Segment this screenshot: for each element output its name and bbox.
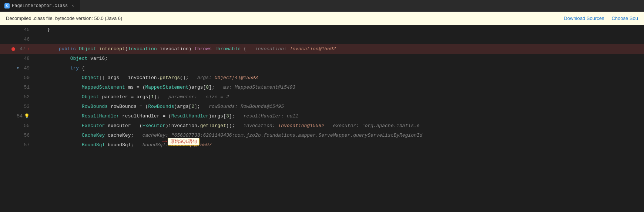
code-area: 45 }4647↑ public Object intercept(Invoca… [0, 25, 644, 212]
line-number-53: 53 [0, 102, 33, 112]
execution-arrow: ↑ [27, 47, 30, 51]
line-number-49: ▾49 [0, 64, 33, 73]
line-number-48: 48 [0, 54, 33, 64]
choose-sources-link[interactable]: Choose Sou [611, 16, 638, 21]
line-number-56: 56 [0, 131, 33, 140]
tab-pageinterceptor[interactable]: C PageInterceptor.class × [0, 0, 80, 11]
line-number-51: 51 [0, 83, 33, 92]
tab-close-button[interactable]: × [70, 3, 76, 9]
arrow-annotation: →原始SQL语句 [162, 137, 199, 146]
code-line-54: 54💡 ResultHandler resultHandler = (Resul… [0, 112, 644, 121]
tab-class-icon: C [4, 3, 10, 8]
line-content-48: Object var16; [33, 54, 644, 64]
line-number-47: 47↑ [0, 44, 33, 54]
line-content-57: BoundSql boundSql; boundSql: BoundSql@15… [33, 140, 644, 150]
info-bar-text: Decompiled .class file, bytecode version… [6, 16, 122, 21]
line-content-54: ResultHandler resultHandler = (ResultHan… [33, 112, 644, 121]
annotation-label: 原始SQL语句 [168, 138, 199, 146]
tab-label: PageInterceptor.class [12, 3, 68, 8]
breakpoint-dot[interactable] [11, 47, 15, 51]
code-line-49: ▾49 try { [0, 64, 644, 73]
code-line-57: 57 BoundSql boundSql; boundSql: BoundSql… [0, 140, 644, 150]
line-content-49: try { [33, 64, 644, 73]
line-content-56: CacheKey cacheKey; cacheKey: "656307738:… [33, 131, 644, 140]
code-lines: 45 }4647↑ public Object intercept(Invoca… [0, 25, 644, 212]
line-number-52: 52 [0, 92, 33, 102]
line-content-50: Object[] args = invocation.getArgs(); ar… [33, 73, 644, 83]
line-content-53: RowBounds rowBounds = (RowBounds)args[2]… [33, 102, 644, 112]
line-content-51: MappedStatement ms = (MappedStatement)ar… [33, 83, 644, 92]
tab-bar: C PageInterceptor.class × [0, 0, 644, 12]
code-line-51: 51 MappedStatement ms = (MappedStatement… [0, 83, 644, 92]
code-line-46: 46 [0, 35, 644, 44]
lightbulb-icon[interactable]: 💡 [24, 112, 30, 121]
line-content-47: public Object intercept(Invocation invoc… [33, 44, 644, 54]
code-line-52: 52 Object parameter = args[1]; parameter… [0, 92, 644, 102]
download-sources-link[interactable]: Download Sources [564, 16, 604, 21]
line-content-55: Executor executor = (Executor)invocation… [33, 121, 644, 131]
line-number-54: 54💡 [0, 112, 33, 121]
code-line-47: 47↑ public Object intercept(Invocation i… [0, 44, 644, 54]
bookmark-down-icon: ▾ [17, 64, 19, 73]
code-line-45: 45 } [0, 25, 644, 35]
line-number-57: 57 [0, 140, 33, 150]
info-bar-actions: Download Sources Choose Sou [564, 16, 638, 21]
app-window: C PageInterceptor.class × Decompiled .cl… [0, 0, 644, 212]
line-content-45: } [33, 25, 644, 35]
line-content-46 [33, 35, 644, 44]
line-number-50: 50 [0, 73, 33, 83]
red-arrow-icon: → [162, 137, 167, 146]
code-line-56: 56 CacheKey cacheKey; cacheKey: "6563077… [0, 131, 644, 140]
code-line-53: 53 RowBounds rowBounds = (RowBounds)args… [0, 102, 644, 112]
line-number-46: 46 [0, 35, 33, 44]
line-number-45: 45 [0, 25, 33, 35]
line-content-52: Object parameter = args[1]; parameter: s… [33, 92, 644, 102]
code-line-50: 50 Object[] args = invocation.getArgs();… [0, 73, 644, 83]
line-number-55: 55 [0, 121, 33, 131]
code-line-48: 48 Object var16; [0, 54, 644, 64]
info-bar: Decompiled .class file, bytecode version… [0, 12, 644, 25]
code-line-55: 55 Executor executor = (Executor)invocat… [0, 121, 644, 131]
